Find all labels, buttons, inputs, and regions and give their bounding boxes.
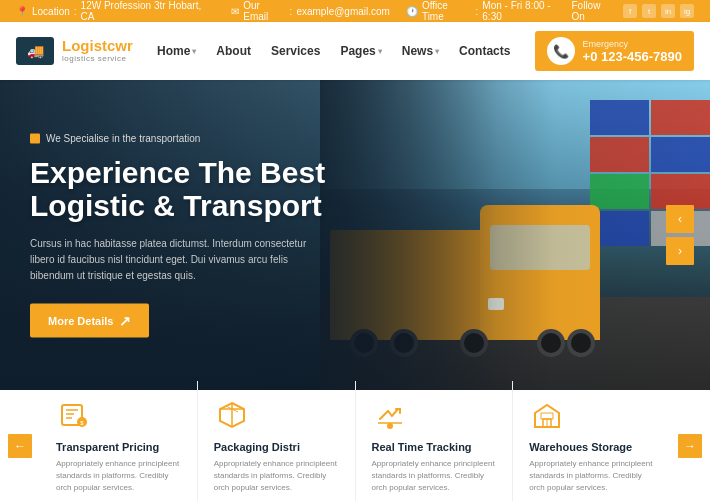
nav-about[interactable]: About [216, 44, 251, 58]
truck-icon: 🚚 [27, 43, 44, 59]
warehouse-icon [529, 397, 565, 433]
logo: 🚚 Logistcwr logistics service [16, 37, 133, 65]
chevron-down-icon: ▾ [192, 47, 196, 56]
service-desc-packaging: Appropriately enhance principleent stand… [214, 458, 339, 494]
hero-section: We Specialise in the transportation Expe… [0, 80, 710, 390]
header: 🚚 Logistcwr logistics service Home ▾ Abo… [0, 22, 710, 80]
tracking-icon [372, 397, 408, 433]
emergency-button[interactable]: 📞 Emergency +0 123-456-7890 [535, 31, 694, 71]
top-bar-right: Follow On f t in ig [572, 0, 695, 22]
email-label: Our Email [243, 0, 285, 22]
hero-badge: We Specialise in the transportation [30, 133, 330, 144]
chevron-down-icon: ▾ [378, 47, 382, 56]
service-card-packaging: Packaging Distri Appropriately enhance p… [198, 381, 356, 501]
service-card-pricing: $ Transparent Pricing Appropriately enha… [40, 381, 198, 501]
logo-name: Logistcwr [62, 38, 133, 55]
services-cards: $ Transparent Pricing Appropriately enha… [40, 381, 670, 501]
nav-services[interactable]: Services [271, 44, 320, 58]
hero-description: Cursus in hac habitasse platea dictumst.… [30, 236, 330, 284]
nav-pages[interactable]: Pages ▾ [340, 44, 381, 58]
logo-text: Logistcwr logistics service [62, 38, 133, 63]
hero-content: We Specialise in the transportation Expe… [30, 133, 330, 338]
office-value: Mon - Fri 8:00 - 6:30 [482, 0, 571, 22]
hero-slider-controls: ‹ › [666, 205, 694, 265]
emergency-info: Emergency +0 123-456-7890 [583, 39, 682, 64]
service-title-warehouse: Warehoues Storage [529, 441, 632, 453]
pricing-icon: $ [56, 397, 92, 433]
logo-subtitle: logistics service [62, 55, 133, 64]
arrow-icon: ↗ [119, 313, 131, 329]
facebook-icon[interactable]: f [623, 4, 637, 18]
service-card-tracking: Real Time Tracking Appropriately enhance… [356, 381, 514, 501]
nav-contacts[interactable]: Contacts [459, 44, 510, 58]
phone-icon: 📞 [547, 37, 575, 65]
hero-title: Experience The Best Logistic & Transport [30, 156, 330, 222]
follow-label: Follow On [572, 0, 616, 22]
hero-cta-button[interactable]: More Details ↗ [30, 304, 149, 338]
svg-point-6 [387, 423, 393, 429]
services-next-button[interactable]: → [678, 434, 702, 458]
location-icon: 📍 [16, 6, 28, 17]
twitter-icon[interactable]: t [642, 4, 656, 18]
services-prev-button[interactable]: ← [8, 434, 32, 458]
email-info: ✉ Our Email: example@gmail.com [231, 0, 390, 22]
hero-cta-label: More Details [48, 315, 113, 327]
services-wrapper: ← $ Transparent Pricing Appropriately en… [0, 390, 710, 501]
service-card-warehouse: Warehoues Storage Appropriately enhance … [513, 381, 670, 501]
social-icons: f t in ig [623, 4, 694, 18]
emergency-phone: +0 123-456-7890 [583, 49, 682, 64]
service-desc-warehouse: Appropriately enhance principleent stand… [529, 458, 654, 494]
office-label: Office Time [422, 0, 472, 22]
top-bar: 📍 Location: 12W Profession 3tr Hobart, C… [0, 0, 710, 22]
main-nav: Home ▾ About Services Pages ▾ News ▾ Con… [157, 44, 510, 58]
clock-icon: 🕐 [406, 6, 418, 17]
email-icon: ✉ [231, 6, 239, 17]
service-title-packaging: Packaging Distri [214, 441, 300, 453]
office-info: 🕐 Office Time: Mon - Fri 8:00 - 6:30 [406, 0, 572, 22]
hero-badge-text: We Specialise in the transportation [46, 133, 200, 144]
email-value: example@gmail.com [296, 6, 390, 17]
service-desc-tracking: Appropriately enhance principleent stand… [372, 458, 497, 494]
location-info: 📍 Location: 12W Profession 3tr Hobart, C… [16, 0, 215, 22]
nav-news[interactable]: News ▾ [402, 44, 439, 58]
slider-prev-button[interactable]: ‹ [666, 205, 694, 233]
top-bar-left: 📍 Location: 12W Profession 3tr Hobart, C… [16, 0, 572, 22]
service-desc-pricing: Appropriately enhance principleent stand… [56, 458, 181, 494]
location-label: Location [32, 6, 70, 17]
logo-icon: 🚚 [16, 37, 54, 65]
packaging-icon [214, 397, 250, 433]
service-title-tracking: Real Time Tracking [372, 441, 472, 453]
service-title-pricing: Transparent Pricing [56, 441, 159, 453]
slider-next-button[interactable]: › [666, 237, 694, 265]
nav-home[interactable]: Home ▾ [157, 44, 196, 58]
services-section: ← $ Transparent Pricing Appropriately en… [0, 390, 710, 501]
badge-dot [30, 133, 40, 143]
instagram-icon[interactable]: ig [680, 4, 694, 18]
emergency-label: Emergency [583, 39, 682, 49]
linkedin-icon[interactable]: in [661, 4, 675, 18]
location-value: 12W Profession 3tr Hobart, CA [81, 0, 216, 22]
chevron-down-icon: ▾ [435, 47, 439, 56]
